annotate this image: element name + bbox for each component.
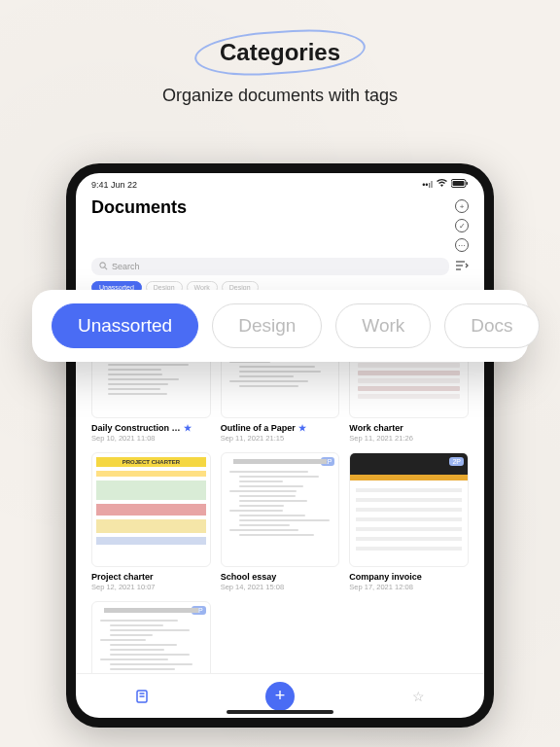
search-row: Search bbox=[76, 252, 484, 279]
header-check-icon[interactable]: ✓ bbox=[455, 219, 469, 232]
svg-line-4 bbox=[105, 267, 107, 268]
header-more-icon[interactable]: ⋯ bbox=[455, 238, 469, 252]
ipad-frame: 9:41 Jun 22 ••ıl Documents + ✓ ⋯ bbox=[66, 163, 494, 728]
overlay-pill-work[interactable]: Work bbox=[335, 303, 431, 348]
status-bar: 9:41 Jun 22 ••ıl bbox=[76, 173, 484, 192]
ipad-screen: 9:41 Jun 22 ••ıl Documents + ✓ ⋯ bbox=[76, 173, 484, 718]
filter-pills-overlay: UnassortedDesignWorkDocs bbox=[32, 290, 528, 362]
header-actions: + ✓ ⋯ bbox=[455, 197, 469, 252]
star-icon: ★ bbox=[184, 423, 192, 433]
document-card[interactable]: 2PPROJECT CHARTERProject charterSep 12, … bbox=[91, 452, 211, 591]
svg-point-3 bbox=[100, 262, 105, 267]
signal-icon: ••ıl bbox=[422, 180, 433, 190]
page-title: Documents bbox=[91, 197, 187, 218]
status-time: 9:41 Jun 22 bbox=[91, 180, 137, 190]
hero-title-text: Categories bbox=[220, 39, 340, 65]
document-title: School essay bbox=[221, 572, 340, 582]
document-title: Outline of a Paper★ bbox=[221, 423, 340, 433]
document-date: Sep 10, 2021 11:08 bbox=[91, 434, 211, 443]
overlay-pill-unassorted[interactable]: Unassorted bbox=[52, 303, 198, 348]
document-title: Project charter bbox=[91, 572, 211, 582]
battery-icon bbox=[451, 179, 469, 190]
page-count-badge: 2P bbox=[449, 457, 464, 466]
sort-icon[interactable] bbox=[455, 260, 469, 273]
header-add-icon[interactable]: + bbox=[455, 199, 469, 213]
document-thumbnail: 2P bbox=[221, 452, 340, 567]
hero-title: Categories bbox=[212, 37, 348, 68]
home-indicator bbox=[227, 710, 333, 714]
overlay-pill-design[interactable]: Design bbox=[212, 303, 322, 348]
hero-subtitle: Organize documents with tags bbox=[0, 86, 560, 106]
search-input[interactable]: Search bbox=[91, 258, 449, 275]
document-card[interactable]: 2PCompany invoiceSep 17, 2021 12:08 bbox=[349, 452, 469, 591]
add-document-button[interactable]: + bbox=[265, 682, 295, 711]
document-date: Sep 14, 2021 15:08 bbox=[221, 583, 340, 591]
document-date: Sep 17, 2021 12:08 bbox=[349, 583, 469, 591]
document-thumbnail: 2PPROJECT CHARTER bbox=[91, 452, 211, 567]
svg-rect-2 bbox=[467, 182, 469, 185]
status-right: ••ıl bbox=[422, 179, 469, 190]
document-title: Daily Construction …★ bbox=[91, 423, 211, 433]
svg-rect-1 bbox=[453, 181, 465, 186]
tab-bar: + ☆ bbox=[76, 673, 484, 718]
tab-documents-icon[interactable] bbox=[133, 688, 151, 705]
tab-favorites-icon[interactable]: ☆ bbox=[409, 688, 427, 705]
document-title: Work charter bbox=[349, 423, 469, 433]
search-placeholder: Search bbox=[112, 262, 140, 271]
app-header: Documents + ✓ ⋯ bbox=[76, 192, 484, 252]
document-title: Company invoice bbox=[349, 572, 469, 582]
document-card[interactable]: 2PSchool essaySep 14, 2021 15:08 bbox=[221, 452, 340, 591]
document-date: Sep 12, 2021 10:07 bbox=[91, 583, 211, 591]
document-date: Sep 11, 2021 21:26 bbox=[349, 434, 469, 443]
wifi-icon bbox=[437, 179, 447, 190]
overlay-pill-docs[interactable]: Docs bbox=[444, 303, 539, 348]
document-thumbnail: 2P bbox=[349, 452, 469, 567]
search-icon bbox=[99, 262, 108, 272]
document-card[interactable]: 2P bbox=[91, 601, 211, 673]
star-icon: ★ bbox=[298, 423, 306, 433]
document-date: Sep 11, 2021 21:15 bbox=[221, 434, 340, 443]
document-thumbnail: 2P bbox=[91, 601, 211, 673]
